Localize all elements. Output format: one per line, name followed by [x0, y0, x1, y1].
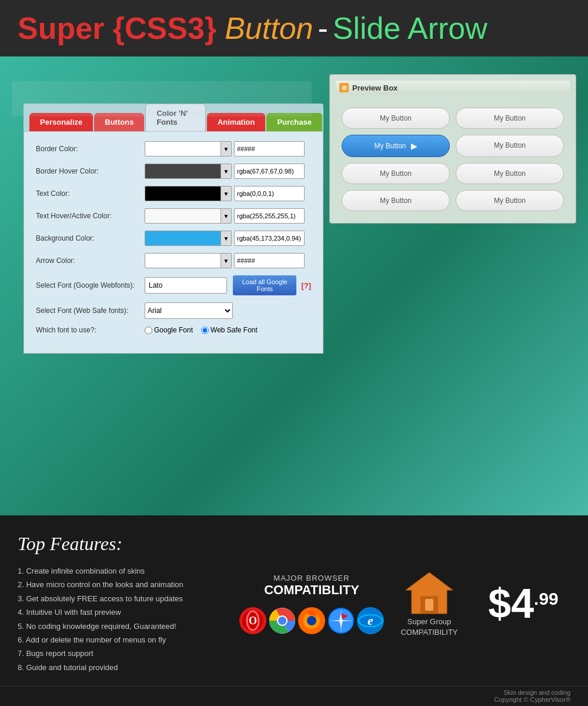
- feature-item-1: 1. Create infinite combination of skins: [18, 564, 241, 578]
- price-cents: .99: [534, 589, 559, 609]
- compat-title: MAJOR BROWSER: [273, 574, 349, 582]
- svg-rect-21: [425, 599, 433, 611]
- border-hover-color-value[interactable]: [234, 164, 305, 179]
- load-fonts-button[interactable]: Load all Google Fonts: [233, 275, 296, 295]
- compat-subtitle: COMPATIBLITY: [264, 582, 359, 598]
- features-title: Top Features:: [18, 533, 241, 555]
- panel-reflection: [12, 81, 312, 116]
- feature-item-4: 4. Intuitive UI with fast preview: [18, 605, 241, 619]
- preview-btn-2[interactable]: My Button: [456, 108, 564, 129]
- radio-google-label[interactable]: Google Font: [145, 326, 193, 334]
- text-hover-color-dropdown[interactable]: ▼: [221, 208, 232, 224]
- arrow-color-row: Arrow Color: ▼: [36, 253, 311, 268]
- copyright-bar: Skin design and coding Copyright © Cyphe…: [0, 686, 588, 706]
- chrome-icon: [269, 607, 296, 634]
- border-color-input-group: ▼: [145, 141, 305, 156]
- svg-point-8: [307, 616, 316, 625]
- border-hover-color-dropdown[interactable]: ▼: [221, 164, 232, 179]
- help-button[interactable]: [?]: [301, 281, 311, 290]
- border-color-dropdown[interactable]: ▼: [221, 141, 232, 156]
- radio-google[interactable]: [145, 327, 152, 334]
- price-dollars: $4: [488, 583, 534, 624]
- text-hover-color-value[interactable]: [234, 208, 305, 224]
- text-color-row: Text Color: ▼: [36, 186, 311, 201]
- border-hover-color-input-group: ▼: [145, 164, 305, 179]
- feature-item-7: 7. Bugs report support: [18, 647, 241, 660]
- text-color-swatch[interactable]: [145, 186, 221, 201]
- which-font-label: Which font to use?:: [36, 326, 145, 334]
- price-display: $4 .99: [488, 583, 559, 624]
- safari-icon: [328, 607, 355, 634]
- border-color-swatch[interactable]: [145, 141, 221, 156]
- svg-point-5: [278, 617, 286, 625]
- title-dash: -: [318, 11, 328, 46]
- preview-box: ⚙ Preview Box My Button My Button My But…: [329, 74, 576, 224]
- arrow-color-swatch[interactable]: [145, 253, 221, 268]
- border-color-label: Border Color:: [36, 145, 145, 153]
- house-icon: [403, 570, 456, 617]
- font-google-row: Select Font (Google Webfonts): Load all …: [36, 275, 311, 295]
- arrow-color-dropdown[interactable]: ▼: [221, 253, 232, 268]
- arrow-color-label: Arrow Color:: [36, 257, 145, 265]
- text-hover-color-input-group: ▼: [145, 208, 305, 224]
- background-color-value[interactable]: [234, 231, 305, 246]
- ie-icon: e: [357, 607, 384, 634]
- border-hover-color-label: Border Hover Color:: [36, 167, 145, 175]
- preview-box-icon: ⚙: [339, 83, 349, 92]
- preview-btn-1[interactable]: My Button: [342, 108, 450, 129]
- copyright-line2: Copyright © CypherVisor®: [0, 696, 570, 703]
- text-hover-color-row: Text Hover/Active Color: ▼: [36, 208, 311, 224]
- background-color-dropdown[interactable]: ▼: [221, 231, 232, 246]
- preview-btn-active[interactable]: My Button ▶: [342, 135, 450, 157]
- which-font-row: Which font to use?: Google Font Web Safe…: [36, 326, 311, 334]
- font-google-input[interactable]: [145, 277, 227, 294]
- preview-btn-7[interactable]: My Button: [342, 190, 450, 211]
- preview-btn-6[interactable]: My Button: [456, 163, 564, 184]
- panel-body: Border Color: ▼ Border Hover Color: ▼: [24, 131, 323, 354]
- panel-wrapper: Personalize Buttons Color 'N' Fonts Anim…: [12, 80, 312, 116]
- feature-item-3: 3. Get absolutely FREE access to future …: [18, 592, 241, 605]
- border-color-value[interactable]: [234, 141, 305, 156]
- text-color-label: Text Color:: [36, 189, 145, 198]
- font-websafe-label: Select Font (Web Safe fonts):: [36, 307, 145, 315]
- feature-item-5: 5. No coding knowledge required, Guarant…: [18, 620, 241, 633]
- background-color-swatch[interactable]: [145, 231, 221, 246]
- radio-websafe-label[interactable]: Web Safe Font: [201, 326, 258, 334]
- radio-websafe-text: Web Safe Font: [211, 326, 258, 334]
- arrow-color-value[interactable]: [234, 253, 305, 268]
- font-radio-group: Google Font Web Safe Font: [145, 326, 258, 334]
- preview-box-title: Preview Box: [352, 84, 397, 92]
- text-color-dropdown[interactable]: ▼: [221, 186, 232, 201]
- font-websafe-select[interactable]: Arial Georgia Verdana Times New Roman: [145, 302, 233, 319]
- super-group-column: Super Group COMPATIBILITY: [382, 533, 476, 674]
- border-hover-color-row: Border Hover Color: ▼: [36, 164, 311, 179]
- background-color-label: Background Color:: [36, 234, 145, 242]
- main-area: Personalize Buttons Color 'N' Fonts Anim…: [0, 56, 588, 515]
- text-hover-color-swatch[interactable]: [145, 208, 221, 224]
- control-panel: Personalize Buttons Color 'N' Fonts Anim…: [24, 104, 323, 354]
- background-color-row: Background Color: ▼: [36, 231, 311, 246]
- font-google-label: Select Font (Google Webfonts):: [36, 281, 145, 289]
- border-hover-color-swatch[interactable]: [145, 164, 221, 179]
- price-column: $4 .99: [476, 533, 570, 674]
- arrow-color-input-group: ▼: [145, 253, 305, 268]
- browser-icons: O: [239, 607, 384, 634]
- preview-btn-8[interactable]: My Button: [456, 190, 564, 211]
- bottom-section: Top Features: 1. Create infinite combina…: [0, 515, 588, 686]
- radio-websafe[interactable]: [201, 327, 209, 334]
- features-list: 1. Create infinite combination of skins …: [18, 564, 241, 674]
- preview-grid: My Button My Button My Button ▶ My Butto…: [336, 102, 570, 217]
- text-color-input-group: ▼: [145, 186, 305, 201]
- feature-item-8: 8. Guide and tutorial provided: [18, 661, 241, 674]
- super-group-label: Super Group COMPATIBILITY: [382, 617, 476, 638]
- opera-icon: O: [239, 607, 266, 634]
- background-color-input-group: ▼: [145, 231, 305, 246]
- preview-btn-active-label: My Button: [374, 142, 406, 150]
- compatibility-column: MAJOR BROWSER COMPATIBLITY O: [241, 533, 382, 674]
- preview-btn-4[interactable]: My Button: [456, 135, 564, 157]
- text-color-value[interactable]: [234, 186, 305, 201]
- feature-item-6: 6. Add or delete the number of menus on …: [18, 633, 241, 647]
- preview-btn-5[interactable]: My Button: [342, 163, 450, 184]
- feature-item-2: 2. Have micro control on the looks and a…: [18, 578, 241, 591]
- features-column: Top Features: 1. Create infinite combina…: [18, 533, 241, 674]
